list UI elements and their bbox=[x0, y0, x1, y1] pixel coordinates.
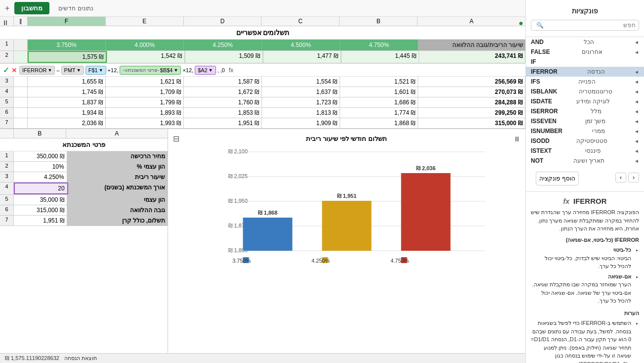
pmt-chip[interactable]: PMT ▼ bbox=[61, 66, 84, 75]
func-item-isblank[interactable]: ◄ טריגונומטריה ISBLANK bbox=[526, 87, 644, 96]
cell-a4[interactable]: 270,073 ₪ bbox=[418, 87, 525, 97]
cell-f6[interactable]: 1,934 ₪ bbox=[28, 108, 106, 118]
cell-f7[interactable]: 2,036 ₪ bbox=[28, 118, 106, 128]
bar-3750[interactable] bbox=[243, 218, 293, 251]
cell-b5[interactable]: 1,686 ₪ bbox=[340, 97, 418, 107]
cell-b3[interactable]: 1,521 ₪ bbox=[340, 77, 418, 87]
add-function-button[interactable]: הוסף פונקציה bbox=[536, 172, 579, 185]
cell-d7[interactable]: 1,951 ₪ bbox=[184, 118, 262, 128]
search-box[interactable]: 🔍 bbox=[531, 20, 639, 31]
header-cell-c[interactable]: 4.500% bbox=[262, 40, 340, 50]
details-label-a5[interactable]: הון עצמי bbox=[67, 195, 168, 205]
details-val-b4[interactable]: 20 bbox=[14, 182, 68, 194]
bar-4250[interactable] bbox=[322, 201, 372, 251]
cell-d6[interactable]: 1,853 ₪ bbox=[184, 108, 262, 118]
cell-a6[interactable]: 299,250 ₪ bbox=[418, 108, 525, 118]
col-header-a[interactable]: A bbox=[418, 17, 525, 26]
cell-c7[interactable]: 1,909 ₪ bbox=[262, 118, 340, 128]
cell-a5[interactable]: 284,288 ₪ bbox=[418, 97, 525, 107]
iferror-chip[interactable]: IFERROR ▼ bbox=[19, 66, 55, 75]
cell-f3[interactable]: 1,655 ₪ bbox=[28, 77, 106, 87]
func-arrow: ◄ bbox=[634, 158, 639, 164]
header-cell-b[interactable]: 4.750% bbox=[340, 40, 418, 50]
cell-f4[interactable]: 1,745 ₪ bbox=[28, 87, 106, 97]
cell-d3[interactable]: 1,587 ₪ bbox=[184, 77, 262, 87]
details-label-a4[interactable]: אורך המשכנתא (בשנים) bbox=[68, 182, 168, 194]
func-item-isodd[interactable]: ◄ סטטיסטיקה ISODD bbox=[526, 136, 644, 146]
details-label-a3[interactable]: שיעור ריבית bbox=[67, 172, 168, 182]
cell-e7[interactable]: 1,993 ₪ bbox=[106, 118, 184, 128]
formula-cancel-button[interactable]: ✕ bbox=[11, 66, 17, 74]
details-val-b2[interactable]: 10% bbox=[14, 162, 67, 172]
col-header-d[interactable]: D bbox=[184, 17, 262, 26]
bs4-chip[interactable]: -פרטי המשכנתא- $B$4 ▼ bbox=[120, 66, 181, 75]
func-item-if[interactable]: IF bbox=[526, 57, 644, 67]
cell-e4[interactable]: 1,709 ₪ bbox=[106, 87, 184, 97]
col-header-f[interactable]: F bbox=[28, 17, 106, 26]
cell-a3[interactable]: 256,569 ₪ bbox=[418, 77, 525, 87]
header-cell-e[interactable]: 4.000% bbox=[106, 40, 184, 50]
cell-f2[interactable]: 1,575 ₪ bbox=[28, 51, 107, 63]
cell-a2[interactable]: 243,741 ₪ bbox=[419, 51, 525, 63]
details-val-b3[interactable]: 4.250% bbox=[14, 172, 67, 182]
cell-e2[interactable]: 1,542 ₪ bbox=[107, 51, 185, 63]
details-label-a1[interactable]: מחיר הרכישה bbox=[67, 151, 168, 161]
cell-e3[interactable]: 1,621 ₪ bbox=[106, 77, 184, 87]
cell-e6[interactable]: 1,893 ₪ bbox=[106, 108, 184, 118]
cell-c3[interactable]: 1,554 ₪ bbox=[262, 77, 340, 87]
header-cell-d[interactable]: 4.250% bbox=[184, 40, 262, 50]
pause-icon[interactable]: ⏸ bbox=[2, 19, 9, 27]
details-val-b7[interactable]: 1,951 ₪ bbox=[14, 216, 67, 226]
func-item-ifs[interactable]: ◄ הפנייה IFS bbox=[526, 77, 644, 87]
func-item-isdate[interactable]: ◄ לוגיקה ומידע ISDATE bbox=[526, 96, 644, 106]
col-header-b[interactable]: B bbox=[340, 17, 418, 26]
cell-d4[interactable]: 1,672 ₪ bbox=[184, 87, 262, 97]
cell-b2[interactable]: 1,445 ₪ bbox=[341, 51, 419, 63]
cell-a7[interactable]: 315,000 ₪ bbox=[418, 118, 525, 128]
nav-next-button[interactable]: › bbox=[615, 173, 626, 182]
cell-e5[interactable]: 1,799 ₪ bbox=[106, 97, 184, 107]
details-val-b6[interactable]: 315,000 ₪ bbox=[14, 205, 67, 215]
func-item-and[interactable]: ◄ הכל AND bbox=[526, 37, 644, 47]
chart-expand-icon: ⊟ bbox=[173, 134, 179, 143]
cell-b6[interactable]: 1,774 ₪ bbox=[340, 108, 418, 118]
cell-c5[interactable]: 1,723 ₪ bbox=[262, 97, 340, 107]
details-label-a2[interactable]: % הון עצמי bbox=[67, 162, 168, 172]
new-data-button[interactable]: נתונים חדשים bbox=[54, 3, 97, 13]
chart-pause-icon[interactable]: ⏸ bbox=[514, 135, 520, 143]
cell-d5[interactable]: 1,760 ₪ bbox=[184, 97, 262, 107]
col-header-e[interactable]: E bbox=[106, 17, 184, 26]
formula-confirm-button[interactable]: ✓ bbox=[3, 65, 9, 75]
search-input[interactable] bbox=[544, 22, 636, 29]
cell-f5[interactable]: 1,837 ₪ bbox=[28, 97, 106, 107]
cell-d2[interactable]: 1,509 ₪ bbox=[185, 51, 263, 63]
details-label-a6[interactable]: גובה ההלוואה bbox=[67, 205, 168, 215]
func-item-not[interactable]: ◄ תאריך ושעה NOT bbox=[526, 156, 644, 166]
cell-b4[interactable]: 1,601 ₪ bbox=[340, 87, 418, 97]
nav-prev-button[interactable]: ‹ bbox=[628, 173, 639, 182]
func-item-isnumber[interactable]: ◄ ממרי ISNUMBER bbox=[526, 126, 644, 136]
col-header-c[interactable]: C bbox=[261, 17, 340, 26]
add-sheet-button[interactable]: + bbox=[5, 4, 9, 13]
func-item-istext[interactable]: ◄ פיננסי ISTEXT bbox=[526, 146, 644, 156]
f1-chip[interactable]: F$1 ▼ bbox=[86, 66, 106, 75]
cell-c2[interactable]: 1,477 ₪ bbox=[263, 51, 341, 63]
bar-4750[interactable] bbox=[401, 173, 451, 251]
func-item-false[interactable]: ◄ אחרונים FALSE bbox=[526, 47, 644, 57]
func-item-iferror[interactable]: ◄ הנדסה IFERROR bbox=[526, 67, 644, 77]
details-val-b1[interactable]: 350,000 ₪ bbox=[14, 151, 67, 161]
a2-chip[interactable]: $A2 ▼ bbox=[195, 66, 216, 75]
details-val-b5[interactable]: 35,000 ₪ bbox=[14, 195, 67, 205]
cell-c4[interactable]: 1,637 ₪ bbox=[262, 87, 340, 97]
details-col-a[interactable]: A bbox=[66, 129, 168, 138]
header-cell-f[interactable]: 3.750% bbox=[28, 40, 106, 50]
func-item-isseven[interactable]: ◄ משך זמן ISSEVEN bbox=[526, 116, 644, 126]
cell-c6[interactable]: 1,813 ₪ bbox=[262, 108, 340, 118]
details-label-a7[interactable]: תשלום, כולל קרן bbox=[67, 216, 168, 226]
cell-b7[interactable]: 1,868 ₪ bbox=[340, 118, 418, 128]
func-item-iserror[interactable]: ◄ מלל ISERROR bbox=[526, 106, 644, 116]
header-cell-a[interactable]: שיעור הריבית/גובה ההלוואה bbox=[418, 40, 525, 50]
details-col-b[interactable]: B bbox=[14, 129, 66, 138]
calculator-button[interactable]: מחשבון bbox=[14, 2, 49, 14]
fx-button[interactable]: fx bbox=[227, 67, 235, 74]
